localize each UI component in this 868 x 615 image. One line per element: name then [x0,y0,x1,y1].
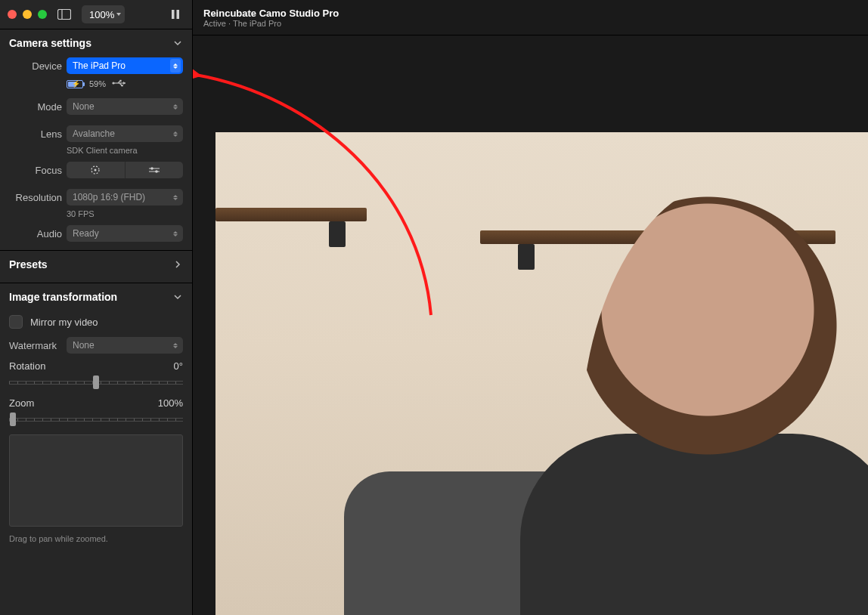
row-audio: Audio Ready [0,223,192,244]
zoom-slider[interactable] [9,413,183,425]
svg-rect-2 [172,10,175,19]
device-value: The iPad Pro [73,60,126,71]
watermark-value: None [73,340,95,351]
lens-label: Lens [9,128,62,140]
scene-shelf [215,208,367,221]
sidebar-icon [57,9,71,20]
close-button[interactable] [8,10,17,19]
battery-icon: ⚡ [67,80,83,88]
app-subtitle: Active · The iPad Pro [203,19,857,28]
focus-segment[interactable] [67,162,183,178]
section-title: Camera settings [9,37,91,49]
battery-percent: 59% [89,79,106,88]
row-focus: Focus [0,159,192,181]
titlebar-left: 100% [0,0,192,29]
resolution-label: Resolution [9,192,62,203]
audio-label: Audio [9,228,62,240]
svg-rect-3 [177,10,180,19]
pause-button[interactable] [166,5,184,23]
zoom-select[interactable]: 100% [82,5,125,23]
video-preview [215,132,868,615]
section-image-transformation-header[interactable]: Image transformation [0,283,192,309]
lens-dropdown[interactable]: Avalanche [67,125,183,142]
lens-value: Avalanche [73,128,115,139]
mirror-label: Mirror my video [30,317,98,328]
lens-subtext: SDK Client camera [67,144,192,159]
watermark-label: Watermark [9,340,62,351]
slider-thumb[interactable] [93,375,99,389]
section-camera-settings-header[interactable]: Camera settings [0,29,192,55]
mode-value: None [73,101,95,112]
updown-icon [170,338,181,352]
section-title: Image transformation [9,291,117,303]
chevron-down-icon [172,38,183,48]
resolution-value: 1080p 16:9 (FHD) [73,192,145,202]
svg-point-9 [95,169,97,172]
device-dropdown[interactable]: The iPad Pro [67,57,183,74]
row-zoom: Zoom 100% [0,393,192,430]
rotation-value: 0° [174,360,183,372]
chevron-down-icon [172,292,183,302]
device-label: Device [9,60,62,72]
usb-icon [112,79,127,88]
audio-value: Ready [73,228,99,239]
row-device: Device The iPad Pro [0,55,192,76]
pause-icon [171,9,180,20]
rotation-label: Rotation [9,360,45,372]
autofocus-icon [90,165,101,175]
slider-thumb[interactable] [10,413,16,426]
audio-dropdown[interactable]: Ready [67,225,183,242]
app-title: Reincubate Camo Studio Pro [203,8,857,19]
scene-bracket [329,221,346,247]
focus-auto-button[interactable] [67,162,125,178]
row-resolution: Resolution 1080p 16:9 (FHD) [0,187,192,208]
app-window: 100% Camera settings Device The iPad Pro [0,0,868,615]
updown-icon [170,59,181,73]
titlebar-right: Reincubate Camo Studio Pro Active · The … [193,0,868,36]
row-mirror: Mirror my video [0,309,192,335]
device-status: ⚡ 59% [67,76,192,96]
rotation-slider[interactable] [9,376,183,388]
pan-preview[interactable] [9,434,183,527]
maximize-button[interactable] [38,10,47,19]
svg-point-13 [155,170,158,173]
svg-rect-0 [58,10,71,20]
svg-point-11 [150,167,153,170]
sidebar: 100% Camera settings Device The iPad Pro [0,0,193,615]
pan-hint: Drag to pan while zoomed. [0,531,192,546]
section-presets-header[interactable]: Presets [0,251,192,277]
sliders-icon [148,166,160,174]
chevron-right-icon [172,259,183,270]
zoom-value: 100% [89,9,114,20]
updown-icon [170,127,181,141]
minimize-button[interactable] [23,10,32,19]
resolution-subtext: 30 FPS [67,208,192,223]
watermark-dropdown[interactable]: None [67,337,183,354]
section-title: Presets [9,258,48,270]
zoom-value-text: 100% [158,397,183,409]
updown-icon [170,100,181,113]
mode-label: Mode [9,101,62,113]
scene-bracket [518,244,535,270]
mirror-checkbox[interactable] [9,315,23,329]
resolution-dropdown[interactable]: 1080p 16:9 (FHD) [67,189,183,206]
row-rotation: Rotation 0° [0,356,192,393]
focus-label: Focus [9,165,62,176]
row-lens: Lens Avalanche [0,123,192,144]
row-watermark: Watermark None [0,335,192,356]
updown-icon [170,190,181,204]
focus-manual-button[interactable] [125,162,184,178]
row-mode: Mode None [0,96,192,117]
svg-point-7 [121,85,123,87]
zoom-label: Zoom [9,397,34,409]
mode-dropdown[interactable]: None [67,98,183,115]
video-area [193,36,868,615]
svg-rect-6 [119,80,121,82]
toggle-sidebar-button[interactable] [53,5,76,23]
updown-icon [170,227,181,240]
window-controls [8,10,47,19]
main-area: Reincubate Camo Studio Pro Active · The … [193,0,868,615]
